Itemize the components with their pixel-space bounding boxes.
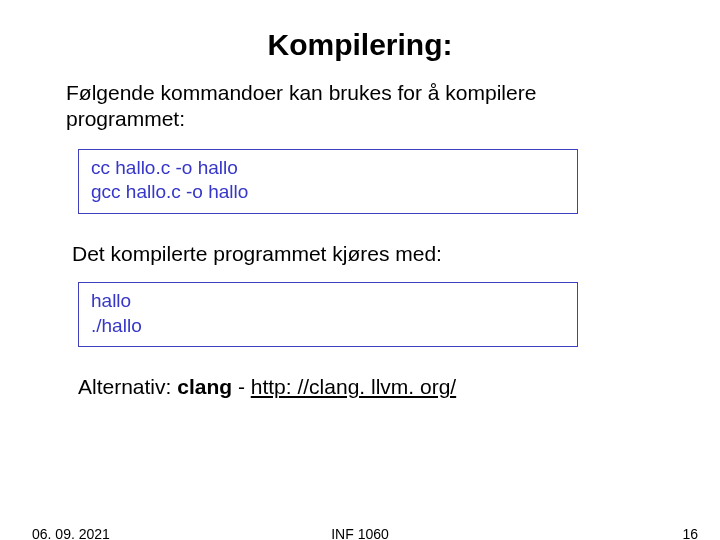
alt-tool-name: clang xyxy=(177,375,232,398)
slide-title: Kompilering: xyxy=(60,28,660,62)
alternative-line: Alternativ: clang - http: //clang. llvm.… xyxy=(60,375,660,399)
code-line: ./hallo xyxy=(91,314,565,339)
alt-link[interactable]: http: //clang. llvm. org/ xyxy=(251,375,456,398)
compile-intro-text: Følgende kommandoer kan brukes for å kom… xyxy=(60,80,660,133)
alt-separator: - xyxy=(232,375,251,398)
code-line: cc hallo.c -o hallo xyxy=(91,156,565,181)
footer-page-number: 16 xyxy=(682,526,698,540)
slide: Kompilering: Følgende kommandoer kan bru… xyxy=(0,0,720,540)
footer-course: INF 1060 xyxy=(0,526,720,540)
compile-commands-box: cc hallo.c -o hallo gcc hallo.c -o hallo xyxy=(78,149,578,214)
run-intro-text: Det kompilerte programmet kjøres med: xyxy=(60,242,660,266)
code-line: hallo xyxy=(91,289,565,314)
alt-prefix: Alternativ: xyxy=(78,375,177,398)
run-commands-box: hallo ./hallo xyxy=(78,282,578,347)
code-line: gcc hallo.c -o hallo xyxy=(91,180,565,205)
